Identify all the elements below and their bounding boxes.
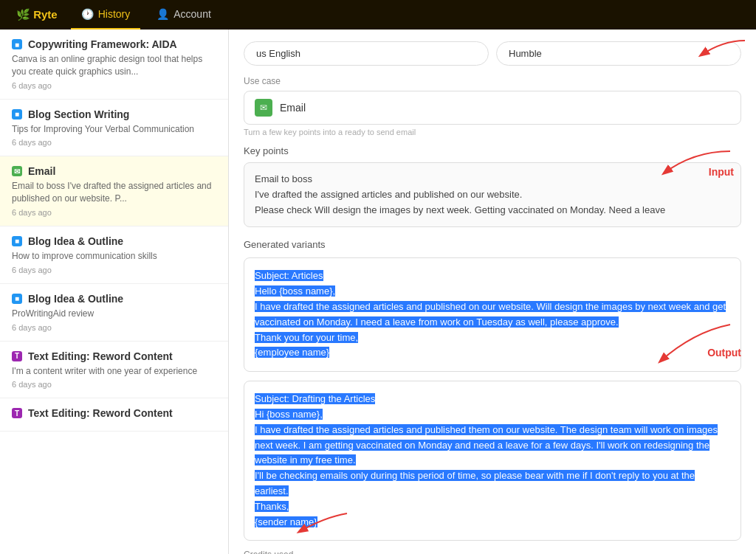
- right-panel: us English Humble Use case ✉ Email Turn …: [229, 30, 756, 554]
- blog-icon-1: ■: [12, 39, 22, 49]
- sidebar-item-2[interactable]: ■ Blog Section Writing Tips for Improvin…: [0, 100, 228, 157]
- sidebar-item-5-desc: ProWritingAid review: [12, 308, 216, 320]
- account-icon: 👤: [157, 8, 169, 20]
- variant-2-closing: Thanks,: [255, 501, 289, 512]
- variant-2-signature: {sender name}: [255, 516, 317, 527]
- use-case-label: Use case: [244, 76, 741, 86]
- history-label: History: [98, 8, 131, 20]
- variant-1: Subject: Articles Hello {boss name}, I h…: [244, 257, 741, 372]
- credits-section: Credits used 704: [244, 550, 741, 554]
- variant-2-subject: Subject: Drafting the Articles: [255, 393, 375, 404]
- sidebar-item-2-time: 6 days ago: [12, 138, 216, 147]
- annotation-input-label: Input: [709, 166, 734, 178]
- nav-tab-account[interactable]: 👤 Account: [146, 0, 221, 30]
- use-case-icon: ✉: [255, 99, 272, 117]
- sidebar-item-3-desc: Email to boss I've drafted the assigned …: [12, 180, 216, 205]
- variant-1-greeting: Hello {boss name},: [255, 285, 335, 297]
- sidebar-item-4-title: ■ Blog Idea & Outline: [12, 235, 216, 247]
- use-case-hint: Turn a few key points into a ready to se…: [244, 128, 741, 136]
- blog-icon-5: ■: [12, 294, 22, 304]
- sidebar-item-3[interactable]: ✉ Email Email to boss I've drafted the a…: [0, 156, 228, 226]
- variant-2-body1: I have drafted the assigned articles and…: [255, 424, 718, 466]
- variant-1-text: Subject: Articles Hello {boss name}, I h…: [255, 269, 730, 361]
- sidebar-item-7[interactable]: T Text Editing: Reword Content: [0, 398, 228, 432]
- key-points-content: Email to boss I've drafted the assigned …: [255, 172, 730, 218]
- variant-1-closing: Thank you for your time,: [255, 332, 358, 343]
- variant-1-body: I have drafted the assigned articles and…: [255, 301, 726, 328]
- sidebar-item-2-desc: Tips for Improving Your Verbal Communica…: [12, 123, 216, 136]
- blog-icon-2: ■: [12, 109, 22, 120]
- sidebar-item-4[interactable]: ■ Blog Idea & Outline How to improve com…: [0, 226, 228, 284]
- sidebar: ■ Copywriting Framework: AIDA Canva is a…: [0, 30, 229, 554]
- sidebar-item-6-desc: I'm a content writer with one year of ex…: [12, 365, 216, 378]
- sidebar-item-5-title: ■ Blog Idea & Outline: [12, 293, 216, 305]
- sidebar-item-6-time: 6 days ago: [12, 380, 216, 389]
- language-field[interactable]: us English: [244, 41, 489, 66]
- sidebar-item-4-desc: How to improve communication skills: [12, 250, 216, 263]
- sidebar-item-1[interactable]: ■ Copywriting Framework: AIDA Canva is a…: [0, 30, 228, 100]
- top-navigation: 🌿 Ryte 🕐 History 👤 Account: [0, 0, 756, 30]
- text-icon-7: T: [12, 408, 22, 418]
- generated-variants-label: Generated variants: [244, 239, 741, 250]
- variant-1-signature: {employee name}: [255, 347, 329, 358]
- main-layout: ■ Copywriting Framework: AIDA Canva is a…: [0, 30, 756, 554]
- sidebar-item-1-title: ■ Copywriting Framework: AIDA: [12, 38, 216, 50]
- sidebar-item-2-title: ■ Blog Section Writing: [12, 108, 216, 120]
- sidebar-item-1-time: 6 days ago: [12, 81, 216, 90]
- variant-2-body2: I'll be checking emails only during this…: [255, 470, 695, 496]
- key-points-box[interactable]: Email to boss I've drafted the assigned …: [244, 162, 741, 227]
- blog-icon-4: ■: [12, 236, 22, 246]
- sidebar-item-6[interactable]: T Text Editing: Reword Content I'm a con…: [0, 342, 228, 399]
- use-case-select[interactable]: ✉ Email: [244, 91, 741, 125]
- annotation-output-label: Output: [707, 347, 741, 359]
- variant-1-subject: Subject: Articles: [255, 270, 323, 281]
- variant-2: Subject: Drafting the Articles Hi {boss …: [244, 381, 741, 541]
- logo[interactable]: 🌿 Ryte: [9, 8, 65, 21]
- sidebar-item-1-desc: Canva is an online graphic design tool t…: [12, 53, 216, 78]
- tone-field[interactable]: Humble: [496, 41, 741, 66]
- sidebar-item-3-title: ✉ Email: [12, 165, 216, 177]
- email-icon-3: ✉: [12, 166, 22, 176]
- variant-2-text: Subject: Drafting the Articles Hi {boss …: [255, 392, 730, 530]
- language-tone-row: us English Humble: [244, 41, 741, 66]
- text-icon-6: T: [12, 351, 22, 361]
- key-points-label: Key points: [244, 145, 741, 156]
- variant-2-greeting: Hi {boss name},: [255, 409, 323, 420]
- sidebar-item-5-time: 6 days ago: [12, 323, 216, 332]
- sidebar-item-4-time: 6 days ago: [12, 266, 216, 274]
- credits-label: Credits used: [244, 550, 741, 554]
- sidebar-item-3-time: 6 days ago: [12, 208, 216, 217]
- sidebar-item-5[interactable]: ■ Blog Idea & Outline ProWritingAid revi…: [0, 284, 228, 342]
- account-label: Account: [173, 8, 211, 20]
- use-case-value: Email: [280, 102, 306, 114]
- history-icon: 🕐: [81, 8, 94, 20]
- nav-tab-history[interactable]: 🕐 History: [71, 0, 141, 30]
- sidebar-item-7-title: T Text Editing: Reword Content: [12, 407, 216, 419]
- sidebar-item-6-title: T Text Editing: Reword Content: [12, 350, 216, 362]
